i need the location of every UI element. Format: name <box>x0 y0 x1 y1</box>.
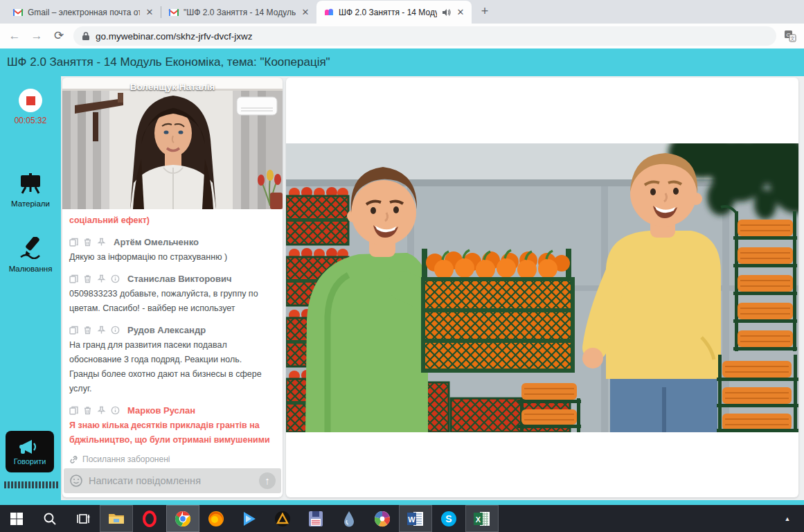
address-bar[interactable]: go.mywebinar.com/skhz-jrfv-dvcf-jxwz <box>73 26 776 46</box>
megaphone-icon <box>19 438 40 456</box>
water-drop-app-icon[interactable] <box>332 505 366 532</box>
chat-author[interactable]: Марков Руслан <box>127 405 195 416</box>
materials-board-icon <box>19 173 42 194</box>
carrot-rack-bottom <box>717 355 798 432</box>
tab-label: Gmail – электронная почта от G <box>28 8 140 17</box>
start-button[interactable] <box>0 505 33 532</box>
emoji-icon[interactable] <box>69 474 83 488</box>
recording-block: 00:05:32 <box>0 89 61 125</box>
tab-audio-icon[interactable] <box>441 8 451 17</box>
chat-text: 0509833233 добавьте, пожалуйста, в групп… <box>69 287 273 316</box>
presenter-video: Воленщук Наталія <box>62 78 283 209</box>
chat-messages: соціальний ефект) Артём Омельченко Дякую… <box>62 209 283 452</box>
excel-icon[interactable]: X <box>465 505 499 532</box>
copy-icon[interactable] <box>69 326 78 335</box>
mywebinar-icon <box>323 7 334 18</box>
webinar-title: ШФ 2.0 Заняття - 14 Модуль Економіка, те… <box>7 55 330 69</box>
skype-icon[interactable]: S <box>432 505 465 532</box>
sidebar-item-drawing[interactable]: Малювання <box>0 237 61 273</box>
tab-webinar-gmail[interactable]: "ШФ 2.0 Заняття - 14 Модуль Ек ✕ <box>161 1 316 24</box>
page-bottom-frame <box>0 500 804 505</box>
delete-icon[interactable] <box>83 326 92 335</box>
chat-message: Рудов Александр На гранд для развития па… <box>69 323 273 396</box>
aimp-icon[interactable] <box>266 505 299 532</box>
info-icon[interactable] <box>111 326 120 335</box>
pin-icon[interactable] <box>97 274 106 283</box>
copy-icon[interactable] <box>69 238 78 247</box>
delete-icon[interactable] <box>83 406 92 415</box>
translate-icon[interactable]: G文 <box>783 29 797 43</box>
webinar-sidebar: 00:05:32 Матеріали Малювання Говорити <box>0 76 61 500</box>
presenter-name: Воленщук Наталія <box>62 82 283 92</box>
svg-text:W: W <box>408 515 416 524</box>
chat-input-bar: ↑ <box>64 468 281 493</box>
close-icon[interactable]: ✕ <box>455 7 466 18</box>
presentation-video <box>286 143 798 432</box>
speak-button[interactable]: Говорити <box>6 431 54 472</box>
svg-text:S: S <box>445 513 452 524</box>
tray-show-hidden-icon[interactable]: ▲ <box>779 505 796 532</box>
svg-text:文: 文 <box>790 35 795 41</box>
chat-message: Артём Омельченко Дякую за інформацію по … <box>69 235 273 265</box>
link-icon <box>69 455 78 464</box>
search-icon[interactable] <box>33 505 66 532</box>
close-icon[interactable]: ✕ <box>144 7 155 18</box>
pin-icon[interactable] <box>97 326 106 335</box>
links-forbidden-text: Посилання заборонені <box>82 454 170 464</box>
pin-icon[interactable] <box>97 238 106 247</box>
picasa-icon[interactable] <box>366 505 399 532</box>
copy-icon[interactable] <box>69 274 78 283</box>
chat-author[interactable]: Станислав Викторович <box>127 274 232 284</box>
sidebar-item-materials[interactable]: Матеріали <box>0 173 61 208</box>
browser-toolbar: ← → ⟳ go.mywebinar.com/skhz-jrfv-dvcf-jx… <box>0 24 804 48</box>
media-player-icon[interactable] <box>233 505 266 532</box>
back-button[interactable]: ← <box>7 28 22 44</box>
chat-author[interactable]: Артём Омельченко <box>114 237 199 247</box>
tab-webinar-active[interactable]: ШФ 2.0 Заняття - 14 Модуль ✕ <box>316 1 472 24</box>
delete-icon[interactable] <box>83 274 92 283</box>
message-input[interactable] <box>89 475 253 486</box>
task-view-icon[interactable] <box>66 505 100 532</box>
reload-button[interactable]: ⟳ <box>51 28 66 44</box>
lock-icon[interactable] <box>82 31 90 41</box>
chat-text: Я знаю кілька десятків прикладів грантів… <box>69 418 273 452</box>
drawing-marker-icon <box>18 237 43 259</box>
browser-tabstrip: Gmail – электронная почта от G ✕ "ШФ 2.0… <box>0 0 804 24</box>
floppy-app-icon[interactable] <box>299 505 332 532</box>
firefox-icon[interactable] <box>199 505 233 532</box>
file-explorer-icon[interactable] <box>100 505 133 532</box>
close-icon[interactable]: ✕ <box>300 7 311 18</box>
chat-author[interactable]: Рудов Александр <box>127 325 206 335</box>
chat-text: На гранд для развития пасеки подавал обо… <box>69 338 273 396</box>
tab-gmail[interactable]: Gmail – электронная почта от G ✕ <box>6 1 161 24</box>
chat-message: Марков Руслан Я знаю кілька десятків при… <box>69 403 273 452</box>
stop-icon <box>26 96 35 105</box>
send-button[interactable]: ↑ <box>259 472 276 489</box>
chrome-icon[interactable] <box>166 505 199 532</box>
info-icon[interactable] <box>111 274 120 283</box>
screen: Gmail – электронная почта от G ✕ "ШФ 2.0… <box>0 0 804 532</box>
links-forbidden-note: Посилання заборонені <box>62 452 283 467</box>
new-tab-button[interactable]: + <box>476 3 494 21</box>
url-text: go.mywebinar.com/skhz-jrfv-dvcf-jxwz <box>96 31 253 42</box>
copy-icon[interactable] <box>69 406 78 415</box>
svg-text:X: X <box>476 515 481 524</box>
pepper-crate-held <box>422 249 573 371</box>
tab-label: ШФ 2.0 Заняття - 14 Модуль <box>339 8 437 17</box>
chat-panel: Воленщук Наталія соціальний ефект) Артём… <box>62 78 283 497</box>
tab-label: "ШФ 2.0 Заняття - 14 Модуль Ек <box>184 8 296 17</box>
recording-timer: 00:05:32 <box>0 116 61 125</box>
speak-label: Говорити <box>14 457 46 466</box>
forward-button[interactable]: → <box>29 28 44 44</box>
info-icon[interactable] <box>111 406 120 415</box>
pin-icon[interactable] <box>97 406 106 415</box>
opera-icon[interactable] <box>133 505 166 532</box>
gmail-icon <box>168 7 179 18</box>
stop-recording-button[interactable] <box>19 89 42 112</box>
webcam-scene <box>62 78 283 209</box>
materials-label: Матеріали <box>0 200 61 208</box>
delete-icon[interactable] <box>83 238 92 247</box>
chat-message-tail: соціальний ефект) <box>69 213 273 228</box>
word-icon[interactable]: W <box>399 505 432 532</box>
volume-meter <box>4 481 58 488</box>
